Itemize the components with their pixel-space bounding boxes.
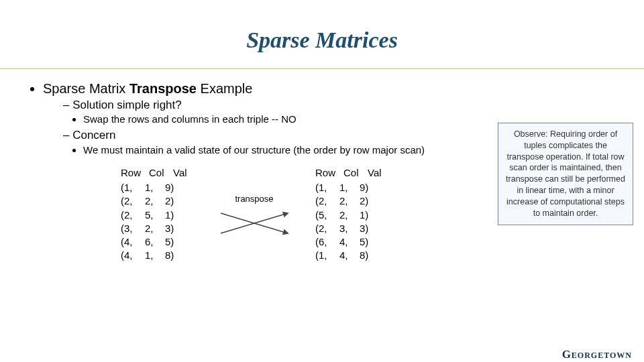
- table-row: (3,2,3): [121, 222, 193, 235]
- table-row: (5,2,1): [315, 208, 388, 222]
- table-row: (2,2,2): [315, 194, 388, 208]
- georgetown-logo: Georgetown UNIVERSITY: [544, 349, 633, 362]
- transpose-arrow: transpose: [217, 166, 291, 267]
- table-row: (6,4,5): [315, 235, 388, 249]
- table-row: (2,5,1): [121, 208, 193, 222]
- observation-callout: Observe: Requiring order of tuples compl…: [498, 123, 633, 225]
- table-row: (1,1,9): [121, 181, 193, 194]
- table-row: (4,1,8): [121, 249, 193, 262]
- table-row: (1,1,9): [315, 181, 388, 194]
- left-table: Row Col Val (1,1,9)(2,2,2)(2,5,1)(3,2,3)…: [121, 166, 193, 263]
- table-row: (4,6,5): [121, 235, 193, 249]
- cross-arrow-icon: [217, 206, 291, 240]
- page-title: Sparse Matrices: [0, 15, 644, 53]
- table-row: (2,3,3): [315, 222, 388, 235]
- arrow-label: transpose: [235, 193, 273, 205]
- table-row: (1,4,8): [315, 249, 388, 262]
- right-table: Row Col Val (1,1,9)(2,2,2)(5,2,1)(2,3,3)…: [315, 166, 388, 263]
- left-table-header: Row Col Val: [121, 166, 193, 180]
- table-row: (2,2,2): [121, 194, 193, 208]
- right-table-header: Row Col Val: [315, 166, 388, 180]
